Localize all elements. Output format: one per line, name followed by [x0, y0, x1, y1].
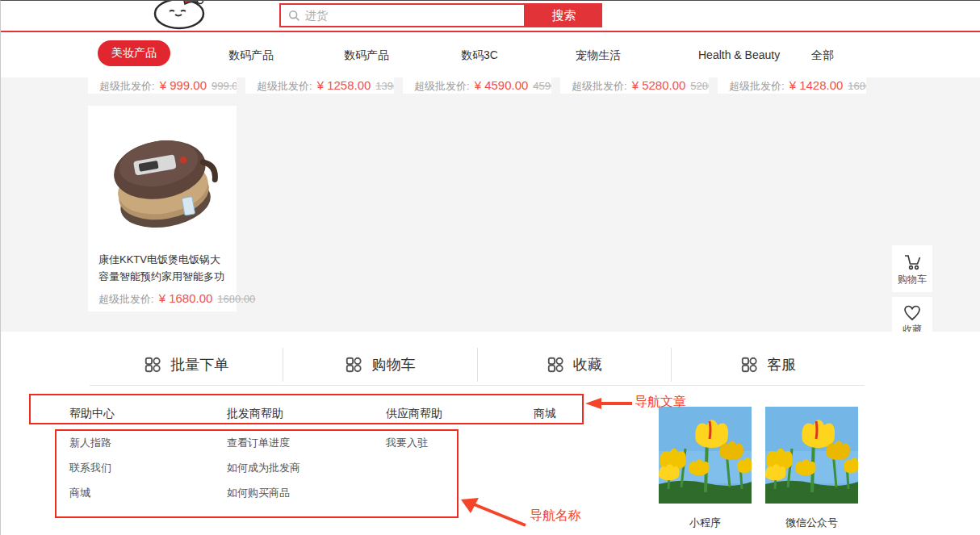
nav-item-health-beauty[interactable]: Health & Beauty	[698, 48, 780, 61]
footer-link-order-progress[interactable]: 查看订单进度	[227, 436, 290, 450]
product-card-partial[interactable]: 超级批发价: ¥ 1428.00 1680.00	[718, 77, 866, 94]
annotation-nav-articles-label: 导航文章	[634, 394, 686, 411]
product-card-rice-cooker[interactable]: 康佳KKTV电饭煲电饭锅大容量智能预约家用智能多功能煮饭锅... 超级批发价: …	[88, 106, 237, 311]
search-button[interactable]: 搜索	[526, 3, 602, 27]
product-section: 超级批发价: ¥ 999.00 999.00 超级批发价: ¥ 1258.00 …	[1, 77, 980, 332]
grid-apps-icon	[740, 356, 758, 374]
tulip-photo	[765, 407, 858, 504]
footer-link-become-wholesaler[interactable]: 如何成为批发商	[227, 461, 300, 475]
footer-link-mall[interactable]: 商城	[534, 407, 556, 421]
price-label: 超级批发价:	[414, 79, 470, 94]
annotation-nav-names-label: 导航名称	[530, 508, 581, 525]
rice-cooker-product-image	[98, 112, 227, 248]
grid-apps-icon	[345, 356, 362, 374]
price-current: ¥ 1680.00	[159, 291, 213, 305]
heart-icon	[903, 304, 922, 322]
nav-item-pets[interactable]: 宠物生活	[576, 48, 621, 63]
price-label: 超级批发价:	[729, 79, 785, 94]
nav-item-digital-1[interactable]: 数码产品	[228, 48, 274, 63]
product-card-partial[interactable]: 超级批发价: ¥ 1258.00 1398.00	[245, 77, 394, 94]
price-original: 1680.00	[217, 293, 255, 305]
mini-program-image	[659, 407, 752, 504]
grid-apps-icon	[144, 356, 161, 374]
service-label: 收藏	[573, 355, 602, 374]
shopping-cart-icon	[902, 253, 923, 272]
service-label: 批量下单	[170, 355, 228, 374]
nav-item-digital-2[interactable]: 数码产品	[344, 48, 389, 63]
grid-apps-icon	[547, 356, 564, 374]
footer-link-mall-sub[interactable]: 商城	[69, 486, 90, 500]
footer-link-newcomer-guide[interactable]: 新人指路	[69, 436, 111, 450]
service-cart[interactable]: 购物车	[283, 348, 477, 382]
storefront-page: 搜索 美妆产品 数码产品 数码产品 数码3C 宠物生活 Health & Bea…	[0, 0, 980, 535]
price-current: ¥ 4590.00	[475, 78, 529, 92]
search-bar: 搜索	[279, 3, 602, 27]
price-label: 超级批发价:	[572, 79, 627, 94]
footer-link-help-center[interactable]: 帮助中心	[69, 407, 115, 421]
category-nav: 美妆产品 数码产品 数码产品 数码3C 宠物生活 Health & Beauty…	[1, 34, 980, 77]
floating-cart-button[interactable]: 购物车	[892, 245, 932, 292]
nav-item-all[interactable]: 全部	[811, 48, 834, 63]
price-original: 1398.00	[375, 80, 394, 92]
wechat-official-account-image	[765, 407, 858, 504]
price-label: 超级批发价:	[98, 292, 154, 307]
product-card-partial[interactable]: 超级批发价: ¥ 999.00 999.00	[88, 77, 237, 94]
nav-item-digital-3c[interactable]: 数码3C	[461, 48, 498, 63]
price-original: 4590.00	[533, 80, 551, 92]
header: 搜索	[1, 1, 980, 32]
price-label: 超级批发价:	[99, 79, 155, 94]
price-current: ¥ 999.00	[160, 78, 207, 92]
floating-cart-label: 购物车	[898, 274, 927, 286]
search-input[interactable]	[305, 9, 524, 22]
service-label: 购物车	[371, 355, 415, 374]
footer-link-wholesaler-help[interactable]: 批发商帮助	[227, 407, 283, 421]
service-bulk-order[interactable]: 批量下单	[90, 348, 283, 382]
service-favorites[interactable]: 收藏	[478, 348, 672, 382]
price-original: 5280.00	[690, 80, 709, 92]
tulip-photo	[659, 407, 752, 504]
footer-link-supplier-help[interactable]: 供应商帮助	[386, 407, 442, 421]
nav-item-beauty-active[interactable]: 美妆产品	[98, 40, 170, 66]
wechat-official-account-label: 微信公众号	[765, 516, 858, 530]
search-input-box	[279, 3, 526, 27]
site-logo[interactable]	[149, 0, 213, 31]
footer-link-join-us[interactable]: 我要入驻	[386, 436, 428, 450]
footer-link-contact-us[interactable]: 联系我们	[69, 461, 111, 475]
price-label: 超级批发价:	[257, 79, 312, 94]
footer: 批量下单 购物车 收藏 客服	[1, 332, 980, 535]
service-label: 客服	[767, 355, 796, 374]
price-current: ¥ 5280.00	[632, 78, 686, 92]
price-original: 999.00	[211, 80, 237, 92]
service-customer-support[interactable]: 客服	[672, 348, 865, 382]
mini-program-label: 小程序	[659, 516, 752, 530]
product-title: 康佳KKTV电饭煲电饭锅大容量智能预约家用智能多功能煮饭锅...	[88, 251, 237, 285]
footer-divider	[90, 385, 865, 386]
price-current: ¥ 1428.00	[789, 78, 844, 92]
price-original: 1680.00	[848, 80, 866, 92]
footer-services-row: 批量下单 购物车 收藏 客服	[90, 348, 865, 382]
product-card-partial[interactable]: 超级批发价: ¥ 4590.00 4590.00	[403, 77, 551, 94]
price-current: ¥ 1258.00	[317, 78, 371, 92]
search-icon	[287, 9, 300, 22]
snowman-santa-mascot-icon	[149, 0, 213, 31]
product-card-partial[interactable]: 超级批发价: ¥ 5280.00 5280.00	[560, 77, 709, 94]
footer-link-how-to-buy[interactable]: 如何购买商品	[227, 486, 290, 500]
